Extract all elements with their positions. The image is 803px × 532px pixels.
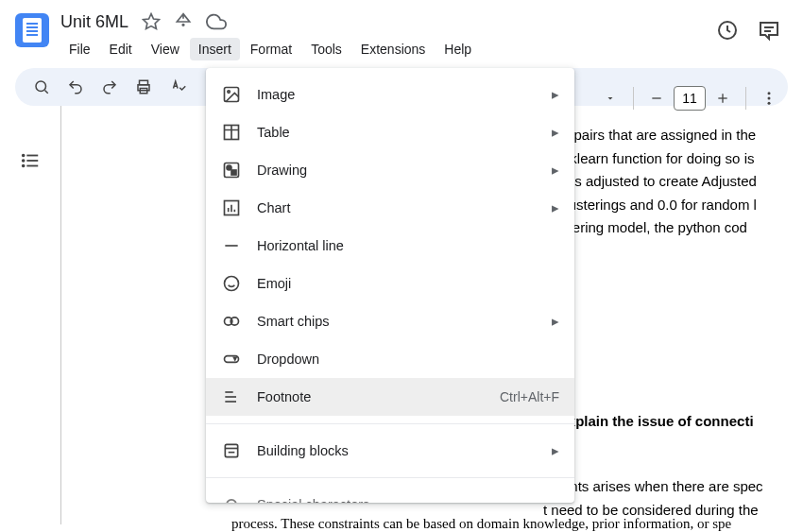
document-title[interactable]: Unit 6ML — [60, 12, 128, 32]
insert-emoji-item[interactable]: Emoji — [206, 265, 574, 302]
svg-point-16 — [768, 102, 771, 105]
drawing-icon — [221, 160, 242, 180]
insert-dropdown-menu: Image ▸ Table ▸ Drawing ▸ Chart ▸ Horizo… — [206, 68, 574, 503]
doc-text: al clusterings and 0.0 for random l — [543, 195, 803, 216]
move-icon[interactable] — [174, 12, 193, 31]
chart-icon — [221, 197, 242, 218]
doc-text: process. These constraints can be based … — [231, 516, 731, 532]
svg-rect-46 — [225, 444, 237, 456]
menu-format[interactable]: Format — [242, 38, 300, 60]
menu-divider — [206, 477, 574, 478]
doc-text: clustering model, the python cod — [543, 217, 803, 239]
outline-toggle-button[interactable] — [13, 144, 47, 178]
insert-chart-item[interactable]: Chart ▸ — [206, 189, 574, 227]
menu-label: Horizontal line — [257, 238, 559, 253]
svg-point-24 — [228, 91, 231, 94]
svg-marker-42 — [234, 357, 237, 360]
svg-point-1 — [182, 25, 184, 26]
print-button[interactable] — [128, 72, 159, 102]
docs-logo[interactable] — [15, 13, 49, 47]
menu-label: Building blocks — [257, 443, 544, 458]
menu-bar: File Edit View Insert Format Tools Exten… — [60, 38, 716, 60]
menu-divider — [206, 423, 574, 424]
doc-heading: g, explain the issue of connecti — [543, 411, 803, 433]
svg-point-15 — [768, 97, 771, 100]
image-icon — [221, 84, 242, 105]
menu-label: Drawing — [257, 163, 544, 178]
menu-label: Special characters — [257, 497, 559, 503]
menu-file[interactable]: File — [60, 38, 99, 60]
comment-icon[interactable] — [758, 19, 780, 45]
menu-insert[interactable]: Insert — [190, 38, 240, 60]
menu-label: Table — [257, 125, 544, 140]
menu-label: Smart chips — [257, 314, 544, 329]
chevron-right-icon: ▸ — [552, 443, 559, 458]
insert-footnote-item[interactable]: Footnote Ctrl+Alt+F — [206, 378, 574, 416]
menu-label: Dropdown — [257, 352, 559, 367]
menu-extensions[interactable]: Extensions — [352, 38, 434, 60]
doc-text: straints arises when there are spec — [543, 476, 803, 498]
svg-point-21 — [23, 160, 25, 162]
svg-line-6 — [44, 90, 47, 93]
chevron-right-icon: ▸ — [552, 200, 559, 215]
emoji-icon — [221, 273, 242, 294]
menu-tools[interactable]: Tools — [302, 38, 350, 60]
spellcheck-button[interactable] — [162, 72, 193, 102]
insert-smart-chips-item[interactable]: Smart chips ▸ — [206, 302, 574, 340]
insert-building-blocks-item[interactable]: Building blocks ▸ — [206, 432, 574, 470]
keyboard-shortcut: Ctrl+Alt+F — [500, 389, 559, 404]
svg-marker-10 — [608, 97, 613, 100]
chevron-right-icon: ▸ — [552, 125, 559, 140]
menu-label: Chart — [257, 200, 544, 215]
svg-point-14 — [768, 92, 771, 94]
svg-rect-30 — [231, 170, 236, 175]
redo-button[interactable] — [94, 72, 125, 102]
insert-drawing-item[interactable]: Drawing ▸ — [206, 151, 574, 189]
footnote-icon — [221, 386, 242, 407]
smart-chips-icon — [221, 311, 242, 332]
chevron-right-icon: ▸ — [552, 87, 559, 102]
building-blocks-icon — [221, 440, 242, 461]
menu-edit[interactable]: Edit — [101, 38, 141, 60]
menu-label: Footnote — [257, 389, 500, 404]
insert-special-characters-item[interactable]: Special characters — [206, 486, 574, 503]
svg-marker-0 — [144, 14, 160, 29]
svg-point-36 — [225, 277, 239, 291]
svg-point-22 — [23, 165, 25, 167]
dropdown-icon — [221, 349, 242, 369]
insert-dropdown-item[interactable]: Dropdown — [206, 340, 574, 378]
doc-text: aple pairs that are assigned in the — [543, 125, 803, 146]
chevron-right-icon: ▸ — [552, 314, 559, 329]
svg-point-20 — [23, 155, 25, 157]
menu-view[interactable]: View — [143, 38, 188, 60]
menu-label: Image — [257, 87, 544, 102]
horizontal-line-icon — [221, 235, 242, 256]
insert-image-item[interactable]: Image ▸ — [206, 76, 574, 113]
special-characters-icon — [221, 494, 242, 503]
insert-table-item[interactable]: Table ▸ — [206, 113, 574, 151]
chevron-right-icon: ▸ — [552, 163, 559, 178]
menu-label: Emoji — [257, 276, 559, 291]
undo-button[interactable] — [60, 72, 91, 102]
history-icon[interactable] — [716, 19, 739, 45]
doc-text: RS) is adjusted to create Adjusted — [543, 171, 803, 193]
insert-horizontal-line-item[interactable]: Horizontal line — [206, 227, 574, 265]
svg-point-5 — [36, 81, 46, 92]
doc-text: he sklearn function for doing so is — [543, 148, 803, 170]
menu-help[interactable]: Help — [436, 38, 480, 60]
star-icon[interactable] — [142, 12, 161, 31]
cloud-status-icon[interactable] — [206, 11, 227, 32]
search-menus-button[interactable] — [26, 72, 57, 102]
table-icon — [221, 122, 242, 143]
